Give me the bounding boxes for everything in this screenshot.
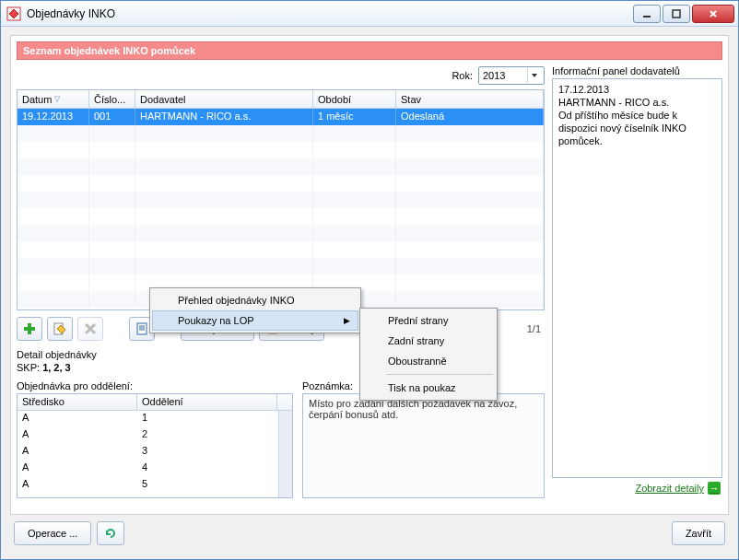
menu-item-prehled[interactable]: Přehled objednávky INKO [152, 290, 358, 310]
menu-item-poukazy[interactable]: Poukazy na LOP ▶ [152, 310, 358, 331]
main-window: Objednávky INKO Seznam objednávek INKO p… [0, 0, 739, 560]
app-icon [6, 6, 21, 21]
pager-text: 1/1 [527, 323, 545, 334]
client-area: Seznam objednávek INKO pomůcek Rok: 2013… [1, 27, 738, 559]
zavrit-button[interactable]: Zavřít [672, 521, 725, 545]
window-buttons [633, 5, 734, 23]
table-row [18, 258, 544, 274]
close-button[interactable] [692, 5, 734, 23]
svg-rect-6 [24, 327, 35, 331]
list-item[interactable]: A3 [18, 444, 278, 461]
scrollbar-head [277, 394, 292, 410]
col-header-stredisko[interactable]: Středisko [18, 394, 137, 410]
titlebar: Objednávky INKO [1, 1, 738, 27]
window-title: Objednávky INKO [27, 7, 633, 20]
menu-separator [386, 374, 493, 375]
menu-item-predni[interactable]: Přední strany [362, 310, 495, 331]
arrow-right-icon: → [708, 482, 721, 495]
list-banner: Seznam objednávek INKO pomůcek [17, 41, 722, 60]
context-submenu: Přední strany Zadní strany Oboustranně T… [359, 308, 498, 401]
table-row [18, 192, 544, 208]
maximize-button[interactable] [663, 5, 690, 23]
col-header-datum[interactable]: Datum▽ [18, 90, 89, 108]
table-row [18, 241, 544, 258]
add-button[interactable] [17, 317, 42, 341]
footer: Operace ... Zavřít [10, 515, 729, 552]
col-header-stav[interactable]: Stav [396, 90, 544, 108]
minimize-button[interactable] [633, 5, 661, 23]
year-select[interactable]: 2013 [478, 66, 545, 85]
list-item[interactable]: A2 [18, 427, 278, 444]
operace-button[interactable]: Operace ... [14, 521, 91, 545]
list-item[interactable]: A1 [18, 411, 278, 427]
orders-grid-body: 19.12.2013 001 HARTMANN - RICO a.s. 1 mě… [18, 109, 544, 309]
refresh-icon [104, 527, 117, 540]
show-details-link[interactable]: Zobrazit detaily → [552, 478, 722, 498]
scrollbar[interactable] [278, 411, 292, 497]
note-textarea[interactable]: Místo pro zadání dalších požadavek na zá… [302, 393, 545, 498]
edit-button[interactable] [47, 317, 73, 341]
content-frame: Seznam objednávek INKO pomůcek Rok: 2013… [10, 35, 729, 515]
list-item[interactable]: A5 [18, 477, 278, 494]
menu-item-oboustranne[interactable]: Oboustranně [362, 351, 495, 371]
delete-button[interactable] [77, 317, 103, 341]
list-item[interactable]: A4 [18, 461, 278, 477]
svg-rect-10 [137, 323, 147, 334]
context-menu: Přehled objednávky INKO Poukazy na LOP ▶ [149, 287, 361, 333]
departments-grid[interactable]: Středisko Oddělení A1 A2 A3 A4 [17, 393, 293, 498]
col-header-obdobi[interactable]: Období [313, 90, 396, 108]
table-row [18, 175, 544, 192]
table-row [18, 142, 544, 158]
table-row [18, 225, 544, 241]
table-row [18, 208, 544, 225]
menu-item-tisk[interactable]: Tisk na poukaz [362, 378, 495, 398]
col-header-oddeleni[interactable]: Oddělení [137, 394, 277, 410]
menu-item-zadni[interactable]: Zadní strany [362, 331, 495, 351]
col-header-cislo[interactable]: Číslo... [89, 90, 135, 108]
info-panel: 17.12.2013 HARTMANN - RICO a.s. Od příšt… [552, 78, 722, 478]
table-row[interactable]: 19.12.2013 001 HARTMANN - RICO a.s. 1 mě… [18, 109, 544, 125]
table-row [18, 125, 544, 142]
departments-label: Objednávka pro oddělení: [17, 380, 293, 391]
table-row [18, 158, 544, 175]
svg-rect-2 [673, 10, 680, 18]
sort-desc-icon: ▽ [54, 95, 60, 103]
year-value: 2013 [483, 70, 505, 81]
orders-grid-header: Datum▽ Číslo... Dodavatel Období Stav [18, 90, 544, 109]
dropdown-arrow-icon [527, 68, 540, 83]
submenu-arrow-icon: ▶ [344, 316, 350, 325]
col-header-dodavatel[interactable]: Dodavatel [135, 90, 313, 108]
orders-grid[interactable]: Datum▽ Číslo... Dodavatel Období Stav 19… [17, 89, 545, 310]
year-label: Rok: [452, 70, 473, 81]
info-panel-label: Informační panel dodavatelů [552, 65, 722, 76]
refresh-button[interactable] [97, 521, 124, 545]
